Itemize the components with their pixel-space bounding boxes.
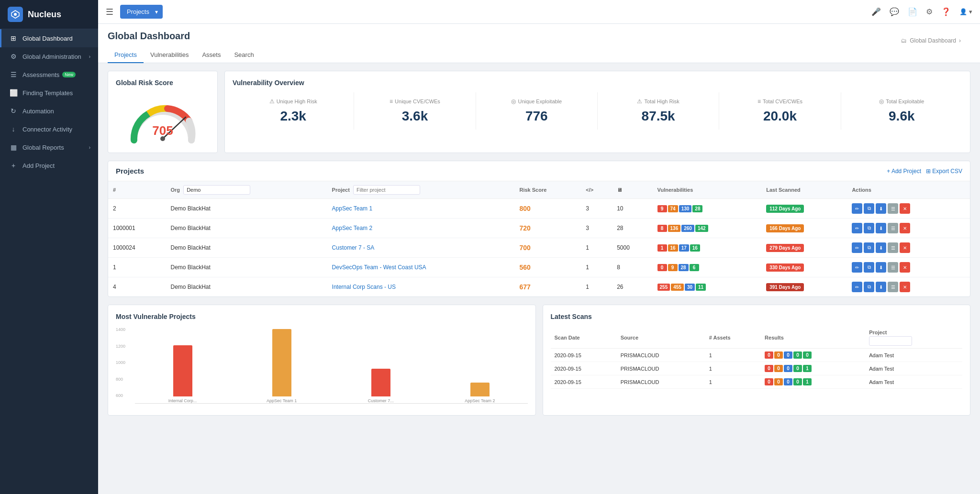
- tab-assets[interactable]: Assets: [195, 47, 227, 63]
- project-selector[interactable]: Projects: [120, 5, 163, 19]
- sidebar-item-assessments[interactable]: ☰ Assessments New: [0, 66, 98, 84]
- project-filter-input[interactable]: [353, 185, 420, 195]
- copy-button[interactable]: ⧉: [864, 242, 874, 253]
- metric-label-unique-cve-cwes: ≡ Unique CVE/CWEs: [358, 98, 471, 105]
- row-settings-button[interactable]: ☰: [888, 203, 898, 214]
- user-menu-button[interactable]: 👤 ▾: [959, 8, 972, 15]
- vulnerability-overview-card: Vulnerability Overview ⚠ Unique High Ris…: [224, 71, 970, 153]
- sidebar-item-global-dashboard[interactable]: ⊞ Global Dashboard: [0, 29, 98, 47]
- sidebar-item-add-project[interactable]: + Add Project: [0, 156, 98, 175]
- row-settings-button[interactable]: ☰: [888, 242, 898, 253]
- delete-button[interactable]: ✕: [900, 242, 910, 253]
- col-num: #: [108, 181, 166, 199]
- export-csv-button[interactable]: ⊞ Export CSV: [926, 168, 962, 175]
- add-project-button[interactable]: + Add Project: [887, 168, 921, 175]
- metric-icon-unique-exploitable: ◎: [511, 98, 516, 105]
- sidebar-label-global-reports: Global Reports: [22, 144, 64, 151]
- sidebar-item-automation[interactable]: ↻ Automation: [0, 102, 98, 120]
- scans-col-date: Scan Date: [551, 327, 617, 349]
- vuln-metric-total-exploitable: ◎ Total Exploitable 9.6k: [841, 92, 962, 130]
- project-link[interactable]: Customer 7 - SA: [332, 244, 375, 251]
- project-link[interactable]: AppSec Team 1: [332, 205, 373, 212]
- cell-risk-score: 560: [514, 258, 581, 277]
- metric-icon-total-exploitable: ◎: [879, 98, 884, 105]
- sidebar-logo: Nucleus: [0, 0, 98, 29]
- risk-score-value: 800: [519, 205, 530, 212]
- projects-table: # Org Project Risk Score <: [108, 181, 970, 296]
- scan-assets: 1: [705, 349, 761, 362]
- copy-button[interactable]: ⧉: [864, 203, 874, 214]
- sidebar-item-finding-templates[interactable]: ⬜ Finding Templates: [0, 84, 98, 102]
- scan-assets: 1: [705, 375, 761, 389]
- gauge-value: 705: [152, 123, 173, 138]
- user-dropdown-arrow: ▾: [969, 8, 972, 15]
- delete-button[interactable]: ✕: [900, 262, 910, 273]
- project-link[interactable]: AppSec Team 2: [332, 225, 373, 231]
- row-settings-button[interactable]: ☰: [888, 223, 898, 233]
- download-button[interactable]: ⬇: [876, 242, 886, 253]
- vuln-badge-v-medium: 130: [679, 205, 692, 212]
- sidebar-icon-finding-templates: ⬜: [9, 89, 18, 97]
- project-link[interactable]: Internal Corp Scans - US: [332, 284, 396, 290]
- vuln-badge-v-low: 6: [690, 264, 699, 271]
- scan-project: Adam Test: [865, 362, 962, 375]
- bar-label: AppSec Team 1: [267, 398, 297, 403]
- download-button[interactable]: ⬇: [876, 203, 886, 214]
- edit-button[interactable]: ✏: [852, 242, 862, 253]
- risk-score-card: Global Risk Score: [108, 71, 218, 153]
- copy-button[interactable]: ⧉: [864, 223, 874, 233]
- cell-project: AppSec Team 1: [327, 199, 515, 219]
- tab-search[interactable]: Search: [227, 47, 260, 63]
- edit-button[interactable]: ✏: [852, 262, 862, 273]
- projects-table-body: 2 Demo BlackHat AppSec Team 1 800 3 10 9…: [108, 199, 970, 297]
- project-selector-wrap[interactable]: Projects: [120, 5, 163, 19]
- vuln-badges: 09286: [657, 264, 757, 271]
- download-button[interactable]: ⬇: [876, 282, 886, 292]
- cell-monitor: 5000: [612, 238, 652, 258]
- scan-results: 00000: [761, 349, 865, 362]
- delete-button[interactable]: ✕: [900, 203, 910, 214]
- delete-button[interactable]: ✕: [900, 223, 910, 233]
- edit-button[interactable]: ✏: [852, 223, 862, 233]
- cell-last-scanned: 166 Days Ago: [761, 219, 847, 238]
- cell-project: AppSec Team 2: [327, 219, 515, 238]
- microphone-icon[interactable]: 🎤: [871, 7, 881, 16]
- sidebar-item-connector-activity[interactable]: ↓ Connector Activity: [0, 120, 98, 138]
- download-button[interactable]: ⬇: [876, 262, 886, 273]
- scan-row: 2020-09-15 PRISMACLOUD 1 00000 Adam Test: [551, 349, 963, 362]
- help-icon[interactable]: ❓: [941, 7, 951, 16]
- tab-projects[interactable]: Projects: [108, 47, 144, 63]
- bar-label: Customer 7...: [368, 398, 394, 403]
- scans-project-filter[interactable]: [869, 336, 912, 346]
- row-settings-button[interactable]: ☰: [888, 262, 898, 273]
- download-button[interactable]: ⬇: [876, 223, 886, 233]
- scans-col-assets: # Assets: [705, 327, 761, 349]
- bar-wrap: AppSec Team 1: [234, 329, 329, 403]
- bar-chart: Internal Corp... AppSec Team 1 Customer …: [135, 327, 528, 404]
- scan-source: PRISMACLOUD: [617, 349, 705, 362]
- edit-button[interactable]: ✏: [852, 282, 862, 292]
- row-settings-button[interactable]: ☰: [888, 282, 898, 292]
- sidebar-icon-assessments: ☰: [9, 71, 18, 78]
- gear-icon[interactable]: ⚙: [926, 7, 933, 16]
- delete-button[interactable]: ✕: [900, 282, 910, 292]
- chat-icon[interactable]: 💬: [890, 7, 899, 16]
- copy-button[interactable]: ⧉: [864, 282, 874, 292]
- breadcrumb-icon: 🗂: [901, 37, 907, 44]
- org-filter-input[interactable]: [183, 185, 250, 195]
- cell-code: 1: [581, 258, 612, 277]
- hamburger-menu[interactable]: ☰: [106, 7, 113, 17]
- sidebar-item-global-reports[interactable]: ▦ Global Reports ›: [0, 138, 98, 156]
- sidebar-arrow-global-reports: ›: [89, 145, 90, 150]
- most-vulnerable-title: Most Vulnerable Projects: [116, 313, 528, 320]
- project-link[interactable]: DevSecOps Team - West Coast USA: [332, 264, 426, 271]
- cell-project: Internal Corp Scans - US: [327, 277, 515, 297]
- sidebar-item-global-administration[interactable]: ⚙ Global Administration ›: [0, 47, 98, 66]
- tab-vulnerabilities[interactable]: Vulnerabilities: [144, 47, 195, 63]
- chart-bar: [272, 329, 291, 396]
- y-axis-label: 600: [116, 393, 131, 398]
- projects-table-wrap: # Org Project Risk Score <: [108, 181, 970, 296]
- document-icon[interactable]: 📄: [908, 7, 917, 16]
- edit-button[interactable]: ✏: [852, 203, 862, 214]
- copy-button[interactable]: ⧉: [864, 262, 874, 273]
